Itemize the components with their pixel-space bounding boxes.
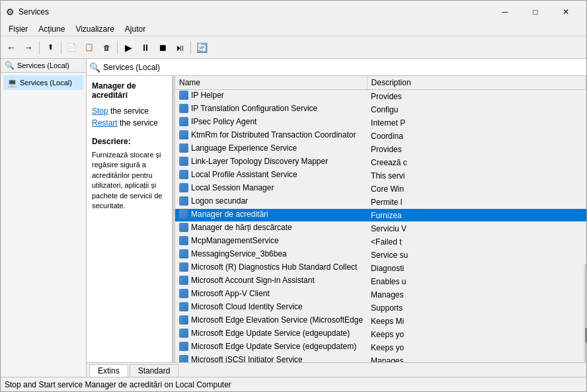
table-row[interactable]: Microsoft Edge Update Service (edgeupdat… <box>175 341 586 354</box>
table-row[interactable]: KtmRm for Distributed Transaction Coordi… <box>175 130 586 143</box>
service-name-cell: IP Translation Configuration Service <box>175 103 367 116</box>
menu-ajutor[interactable]: Ajutor <box>120 23 151 35</box>
table-row[interactable]: Microsoft Edge Elevation Service (Micros… <box>175 315 586 328</box>
desc-title: Descriere: <box>92 137 167 146</box>
context-menu-item[interactable]: Start <box>586 266 586 281</box>
service-desc-cell: Internet P <box>367 116 586 130</box>
toolbar-sep-1 <box>39 41 40 54</box>
window-title: Services <box>19 7 49 17</box>
col-header-desc[interactable]: Description <box>367 76 586 90</box>
service-desc-cell: <Failed t <box>367 235 586 249</box>
service-desc-cell: Furnizea <box>367 209 586 222</box>
main-window: ⚙ Services ─ □ ✕ Fișier Acțiune Vizualiz… <box>0 0 587 392</box>
context-menu-item[interactable]: Restart <box>586 328 586 342</box>
table-row[interactable]: Language Experience ServiceProvides <box>175 143 586 156</box>
start-service-button[interactable]: ▶ <box>120 40 136 56</box>
context-menu: StartStopPauseResumeRestartToate activit… <box>585 264 586 362</box>
service-name-cell: Language Experience Service <box>175 143 367 156</box>
pause-service-button[interactable]: ⏸ <box>137 40 153 56</box>
service-name-cell: Microsoft Edge Elevation Service (Micros… <box>175 315 367 328</box>
service-icon-wrapper: MessagingService_3b6bea <box>179 249 287 258</box>
tree-items: 💻 Services (Local) <box>1 73 86 93</box>
show-hide-button[interactable]: 📄 <box>64 40 80 56</box>
restart-service-button[interactable]: ⏯ <box>172 40 188 56</box>
back-button[interactable]: ← <box>3 40 19 56</box>
address-text: Services (Local) <box>103 63 160 72</box>
table-row[interactable]: Logon secundarPermite l <box>175 196 586 209</box>
service-name-cell: IPsec Policy Agent <box>175 116 367 130</box>
table-row[interactable]: Manager de acredităriFurnizea <box>175 209 586 222</box>
properties-button[interactable]: 🗑 <box>98 40 114 56</box>
context-menu-item[interactable]: Reîmprospătare <box>586 360 586 362</box>
service-desc-cell: Keeps yo <box>367 341 586 354</box>
service-icon-img <box>179 104 188 113</box>
stop-text: the service <box>108 106 149 116</box>
service-icon-img <box>179 196 188 206</box>
title-bar-left: ⚙ Services <box>6 7 49 17</box>
table-row[interactable]: Microsoft Edge Update Service (edgeupdat… <box>175 328 586 341</box>
service-icon-wrapper: Microsoft Edge Elevation Service (Micros… <box>179 315 363 325</box>
col-header-name[interactable]: Name <box>175 76 367 90</box>
table-row[interactable]: IP HelperProvides <box>175 90 586 103</box>
menu-vizualizare[interactable]: Vizualizare <box>70 23 119 35</box>
service-icon-wrapper: Microsoft Cloud Identity Service <box>179 302 303 311</box>
table-row[interactable]: Microsoft App-V ClientManages <box>175 288 586 301</box>
table-row[interactable]: Local Profile Assistant ServiceThis serv… <box>175 169 586 182</box>
nav-services-local[interactable]: 💻 Services (Local) <box>3 75 83 90</box>
context-menu-item[interactable]: Pause <box>586 299 586 313</box>
service-name-cell: McpManagementService <box>175 235 367 249</box>
table-header-row: Name Description <box>175 76 586 90</box>
address-search-icon: 🔍 <box>89 62 100 73</box>
service-icon-wrapper: Microsoft Account Sign-in Assistant <box>179 276 315 285</box>
service-desc-cell: Manages <box>367 288 586 301</box>
table-row[interactable]: Manager de hărți descărcateServiciu V <box>175 222 586 235</box>
service-icon-wrapper: Manager de hărți descărcate <box>179 223 292 232</box>
service-icon-wrapper: Microsoft Edge Update Service (edgeupdat… <box>179 342 356 351</box>
service-icon-wrapper: Microsoft Edge Update Service (edgeupdat… <box>179 329 350 338</box>
refresh-button[interactable]: 🔄 <box>194 40 210 56</box>
services-tbody: IP HelperProvidesIP Translation Configur… <box>175 90 586 363</box>
desc-text: Furnizează stocare și regăsire sigură a … <box>92 150 167 211</box>
service-icon-wrapper: Manager de acreditări <box>179 210 268 219</box>
minimize-button[interactable]: ─ <box>490 1 520 22</box>
service-desc-cell: Diagnosti <box>367 262 586 275</box>
table-row[interactable]: McpManagementService<Failed t <box>175 235 586 249</box>
context-menu-item[interactable]: Resume <box>586 313 586 328</box>
table-row[interactable]: Microsoft iSCSI Initiator ServiceManages <box>175 354 586 363</box>
restart-link[interactable]: Restart <box>92 118 118 128</box>
content-area: Manager de acreditări Stop the service R… <box>87 76 586 362</box>
table-row[interactable]: Local Session ManagerCore Win <box>175 182 586 196</box>
tree-panel: 🔍 Services (Local) 💻 Services (Local) <box>1 59 87 377</box>
stop-link[interactable]: Stop <box>92 106 108 116</box>
table-row[interactable]: Microsoft Cloud Identity ServiceSupports <box>175 301 586 315</box>
service-icon-wrapper: Link-Layer Topology Discovery Mapper <box>179 157 328 166</box>
service-desc-cell: Service su <box>367 249 586 262</box>
menu-actiune[interactable]: Acțiune <box>33 23 70 35</box>
context-menu-item[interactable]: Stop <box>586 281 586 295</box>
service-icon-img <box>179 223 188 232</box>
service-name-cell: Microsoft Edge Update Service (edgeupdat… <box>175 328 367 341</box>
table-row[interactable]: IPsec Policy AgentInternet P <box>175 116 586 130</box>
service-desc-cell: Core Win <box>367 182 586 196</box>
up-button[interactable]: ⬆ <box>42 40 58 56</box>
tab-extins[interactable]: Extins <box>89 364 128 377</box>
stop-service-button[interactable]: ⏹ <box>155 40 171 56</box>
title-bar: ⚙ Services ─ □ ✕ <box>1 1 586 22</box>
maximize-button[interactable]: □ <box>520 1 551 22</box>
tab-standard[interactable]: Standard <box>130 364 179 377</box>
services-scroll[interactable]: Name Description IP HelperProvidesIP Tra… <box>175 76 586 362</box>
table-row[interactable]: Link-Layer Topology Discovery MapperCree… <box>175 156 586 169</box>
service-name-cell: Microsoft Edge Update Service (edgeupdat… <box>175 341 367 354</box>
context-menu-item[interactable]: Toate activitățile► <box>586 346 586 360</box>
table-row[interactable]: IP Translation Configuration ServiceConf… <box>175 103 586 116</box>
copy-button[interactable]: 📋 <box>81 40 97 56</box>
table-row[interactable]: Microsoft (R) Diagnostics Hub Standard C… <box>175 262 586 275</box>
service-icon-img <box>179 130 188 139</box>
service-icon-img <box>179 342 188 351</box>
table-row[interactable]: Microsoft Account Sign-in AssistantEnabl… <box>175 275 586 288</box>
close-button[interactable]: ✕ <box>551 1 581 22</box>
forward-button[interactable]: → <box>20 40 36 56</box>
restart-link-line: Restart the service <box>92 118 167 128</box>
table-row[interactable]: MessagingService_3b6beaService su <box>175 249 586 262</box>
menu-fisier[interactable]: Fișier <box>3 23 33 35</box>
